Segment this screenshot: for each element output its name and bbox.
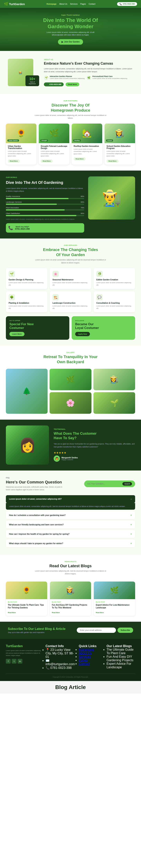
footer-socials: f t in [6,659,42,663]
faq-items: Lorem ipsum dolor sit amet, consectetur … [6,495,135,547]
blog-tag-1: Blog Post [8,601,45,603]
nav-link-pages[interactable]: Pages [80,3,86,5]
produce-card-2-image: 🌿 Drought [39,124,69,143]
gallery-item-1: 🌲 [6,369,48,414]
produce-grid: 🌻 Urban Garden Urban Garden Transformati… [6,124,135,165]
faq-toggle-3[interactable]: + [131,523,132,526]
service-icon-2: 🌸 [53,271,59,277]
faq-toggle-5[interactable]: + [131,542,132,545]
blog-readmore-3[interactable]: Read More [96,612,104,614]
faq-item-2[interactable]: How do I schedule a consultation with yo… [6,511,135,519]
art-main-image: 👨‍🌾 [88,177,135,219]
produce-card-1-btn[interactable]: Read More [8,159,20,163]
social-twitter[interactable]: t [12,659,17,663]
footer-logo: TurtGarden [6,644,42,648]
about-experience-badge: 10+ Years of Experience [25,75,39,86]
hero-tag: Super Thumb Gardener [61,14,80,16]
nav-link-services[interactable]: Services [70,3,78,5]
about-readmore-button[interactable]: Read More [65,83,79,86]
subscribe-description: Stay up to date with garden tips and ins… [8,631,65,633]
blog-image-2: 👩‍🌾 [50,582,91,599]
blog-readmore-2[interactable]: Read More [52,612,60,614]
produce-card-1-label: Urban Garden [7,140,19,142]
subscribe-button[interactable]: Subscribe [117,627,133,633]
footer-link-contact[interactable]: Contact [79,662,89,665]
produce-card-2-btn[interactable]: Read More [41,159,53,163]
subscribe-email-input[interactable] [77,627,116,633]
produce-card-3-btn[interactable]: Read More [74,157,86,160]
blog-readmore-1[interactable]: Read More [8,612,16,614]
nav-link-about[interactable]: About Us [59,3,67,5]
art-image-wrap: 👨‍🌾 [88,177,135,219]
faq-section: FAQ Here's Our Common Question Maecenas … [0,470,141,555]
arrow-icon: ▶ [61,40,63,43]
faq-toggle-1[interactable]: − [131,498,132,501]
gallery-grid: 🌲 🌿 👩‍🌾 🌸 🌱 [6,369,135,414]
faq-item-5[interactable]: What steps should I take to prepare my g… [6,539,135,547]
social-facebook[interactable]: f [6,659,10,663]
faq-title: Here's Our Common Question [6,480,80,485]
about-tag: About Us [44,59,133,61]
hero-section: Super Thumb Gardener Dive Into The World… [0,8,141,51]
art-title: Dive Into The Art Of Gardening [6,180,84,185]
produce-card-3-label: Rooftop [73,140,81,142]
gallery-item-5: 🌱 [93,392,135,414]
subscribe-text: Subscribe To Our Latest Blog & Article S… [8,627,65,633]
faq-item-4[interactable]: How can I improve the health of my garde… [6,530,135,538]
service-card-6: 💬 Consultation & Coaching Lorem ipsum do… [94,291,135,312]
about-features: 🌱 Interactive Garden Planner Lorem ipsum… [44,75,133,80]
blog-title-1: The Ultimate Guide To Plant Care: Tips F… [8,604,45,609]
gardener-icon: 👩‍🌾 [19,71,23,74]
blog-description: Lorem ipsum and consectetur adipiscing e… [33,569,108,575]
art-contact-card: 📞 Need Any Help? 0781-0023-398 [6,223,84,232]
service-card-1: 🌱 Garden Design & Planning Lorem ipsum d… [6,268,47,289]
promo-new-customer: Go To Offer Special For New Costumer Lea… [6,316,69,340]
testimonial-author: 👩 Margareth Smiles Happy Customer [54,456,135,462]
footer-email: ✉️ info@turtgarden.com [46,659,75,666]
blog-title-2: Fun And Easy DIY Gardening Projects To T… [52,604,89,609]
faq-intro: FAQ Here's Our Common Question Maecenas … [6,476,80,491]
art-text: Our Works Dive Into The Art Of Gardening… [6,177,84,233]
blog-image-1: 🌻 [6,582,47,599]
promo-btn-1[interactable]: Learn More [9,332,25,336]
gallery-item-2: 🌿 [50,369,91,390]
hero-cta-button[interactable]: ▶ Join Our Garden [58,39,83,44]
faq-answer-1: Lorem ipsum dolor sit amet, consectetur … [6,503,135,510]
produce-card-4-btn[interactable]: Read More [107,159,118,163]
footer-blog-1: The Ultimate Guide To Plant Care [107,648,135,655]
nav-cta[interactable]: 📞 0781-0023-398 [117,2,137,6]
footer-link-services[interactable]: Services [79,655,91,658]
faq-item-3[interactable]: What are our friendly landscaping and la… [6,521,135,528]
progress-item: Client Satisfaction 90% [6,212,84,216]
services-grid: 🌱 Garden Design & Planning Lorem ipsum d… [6,268,135,312]
nav-link-contact[interactable]: Contact [89,3,95,5]
faq-search-button[interactable]: Search [122,482,132,486]
footer-link-home[interactable]: Homepage [79,648,94,651]
author-avatar: 👩 [54,456,60,462]
testimonial-section: 👩 Testimonial What Does The Customer Hav… [0,420,141,470]
footer-address: 📍 23 Lucky View City, My City, ST 98-01 [46,648,75,659]
subscribe-form: Subscribe [77,627,133,633]
blog-card-3: 🌿 Blog Post Expert Advice For Low-Mainte… [94,582,135,616]
faq-item-1[interactable]: Lorem ipsum dolor sit amet, consectetur … [6,495,135,503]
promo-grid: Go To Offer Special For New Costumer Lea… [6,316,135,340]
faq-search-input[interactable] [87,483,121,485]
blog-title: Read Our Latest Blogs [6,563,135,568]
faq-toggle-4[interactable]: + [131,532,132,535]
progress-item: Plant Decoration 75% [6,207,84,211]
footer-link-about[interactable]: About Us [79,651,92,655]
produce-card-4-label: School [106,140,113,142]
phone-icon: 📞 [8,225,13,230]
footer-link-pages[interactable]: Pages [79,658,88,662]
testimonial-title: What Does The Customer Have To Say? [54,431,135,440]
promo-btn-2[interactable]: Apply Now [75,332,90,336]
gallery-item-4: 🌸 [50,392,91,414]
faq-toggle-2[interactable]: + [131,514,132,517]
services-description: Lorem ipsum dolor sit amet consectetur a… [33,258,108,264]
service-icon-4: 🌳 [9,294,15,300]
faq-description: Maecenas accumsan erat justo, sollicitud… [6,486,65,491]
social-instagram[interactable]: in [18,659,22,663]
gallery-title: Retreat To Tranquility In Your Own Backy… [6,354,135,364]
nav-links: Homepage About Us Services Pages Contact [47,3,95,5]
nav-link-homepage[interactable]: Homepage [47,3,57,5]
